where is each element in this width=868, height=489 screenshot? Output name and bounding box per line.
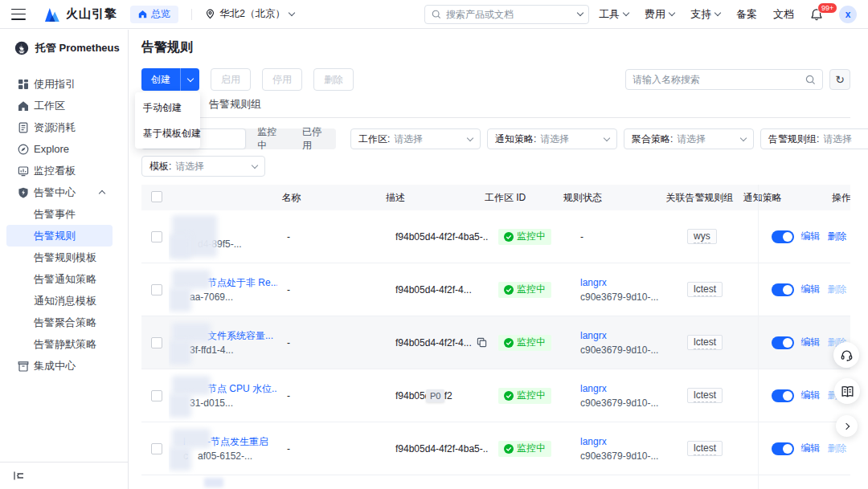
user-avatar[interactable]: x [839, 6, 857, 23]
status-badge: 监控中 [498, 335, 551, 351]
rule-enabled-toggle[interactable] [772, 283, 794, 296]
workspace-icon [18, 100, 29, 112]
nav-menu-item[interactable]: 文档 [773, 7, 794, 22]
filter-select[interactable]: 告警规则组: 请选择 [760, 128, 868, 149]
row-checkbox[interactable] [151, 231, 162, 242]
sidebar-item[interactable]: 告警事件 [6, 203, 113, 225]
notify-policy-tag[interactable]: lctest [687, 388, 723, 403]
refresh-button[interactable]: ↻ [829, 69, 850, 90]
global-search-input[interactable]: 搜索产品或文档 [424, 5, 589, 24]
name-cell: b d4-89f5-... [169, 210, 277, 263]
refresh-icon: ↻ [835, 73, 845, 86]
delete-link[interactable]: 删除 [828, 442, 847, 455]
delete-button[interactable]: 删除 [313, 68, 354, 91]
delete-link[interactable]: 删除 [828, 230, 847, 243]
nav-menu-item[interactable]: 备案 [736, 7, 757, 22]
sidebar-item[interactable]: 告警规则模板 [6, 247, 113, 268]
redaction-blur [172, 323, 211, 342]
nav-menu-item[interactable]: 工具 [599, 7, 628, 22]
copy-icon[interactable] [477, 337, 487, 348]
overview-button[interactable]: 总览 [130, 6, 178, 23]
collapse-sidebar-icon[interactable] [13, 470, 25, 482]
sidebar-item[interactable]: 使用指引 [6, 73, 113, 95]
rule-enabled-toggle[interactable] [772, 442, 794, 455]
priority-tag: P0 [426, 389, 444, 402]
sidebar-item[interactable]: 告警聚合策略 [6, 312, 113, 333]
rule-group-cell: langrx c90e3679-9d10-... [571, 263, 678, 316]
notify-policy-tag[interactable]: lctest [687, 335, 723, 350]
rule-group-link[interactable]: langrx [580, 434, 678, 449]
status-text: 监控中 [517, 336, 546, 349]
rule-group-link[interactable]: langrx [580, 381, 678, 396]
collapse-panel-fab[interactable] [836, 415, 858, 437]
disable-button[interactable]: 停用 [262, 68, 302, 91]
notify-policy-tag[interactable]: lctest [687, 441, 723, 456]
edit-link[interactable]: 编辑 [801, 283, 821, 296]
edit-link[interactable]: 编辑 [801, 389, 821, 402]
column-header: 名称 [272, 191, 377, 205]
rule-enabled-toggle[interactable] [772, 336, 794, 349]
table-row: 文件系统容量... 3f-ffd1-4... - f94b05d4-4f2f-4… [141, 316, 850, 369]
brand-logo[interactable]: 火山引擎 [43, 6, 117, 22]
tab[interactable]: 告警规则组 [209, 97, 261, 117]
sidebar-item[interactable]: 告警规则 [6, 225, 113, 247]
edit-link[interactable]: 编辑 [801, 336, 821, 349]
location-pin-icon [205, 9, 215, 19]
notify-policy-tag[interactable]: wys [687, 229, 717, 244]
nav-menu-item[interactable]: 支持 [690, 7, 720, 22]
dropdown-menu-item[interactable]: 手动创建 [135, 98, 200, 117]
region-selector[interactable]: 华北2（北京） [205, 7, 294, 21]
create-dropdown-arrow[interactable] [180, 68, 199, 91]
sidebar-item[interactable]: 监控看板 [6, 160, 113, 181]
nav-menu-item[interactable]: 费用 [645, 7, 674, 22]
filter-select[interactable]: 工作区: 请选择 [350, 128, 481, 149]
filter-select[interactable]: 聚合策略: 请选择 [624, 128, 754, 149]
row-checkbox[interactable] [151, 390, 162, 401]
sidebar-item[interactable]: 资源消耗 [6, 116, 113, 138]
sidebar-item[interactable]: 告警中心 [6, 181, 113, 203]
rule-group-link[interactable]: langrx [580, 275, 678, 290]
sidebar-item[interactable]: Explore [6, 138, 113, 160]
edit-link[interactable]: 编辑 [801, 442, 821, 455]
rule-name-link[interactable]: 节点处于非 Re... [207, 277, 277, 288]
delete-link[interactable]: 删除 [828, 283, 847, 296]
dropdown-menu-item[interactable]: 基于模板创建 [135, 124, 200, 143]
create-button[interactable]: 创建 [141, 68, 199, 91]
template-filter-select[interactable]: 模板: 请选择 [141, 156, 265, 177]
hamburger-menu-icon[interactable] [11, 9, 26, 20]
segment-button[interactable]: 已停用 [291, 128, 336, 149]
row-checkbox[interactable] [151, 284, 162, 295]
rule-name-link[interactable]: 文件系统容量... [207, 330, 273, 341]
sidebar-item[interactable]: 工作区 [6, 95, 113, 116]
rule-group-link[interactable]: langrx [580, 328, 678, 343]
product-name: 托管 Prometheus [35, 41, 120, 55]
rule-name-link[interactable]: -节点发生重启 [207, 436, 268, 447]
docs-fab[interactable] [834, 378, 860, 404]
top-navbar: 火山引擎 总览 华北2（北京） 搜索产品或文档 企业 [0, 0, 868, 29]
rule-enabled-toggle[interactable] [772, 389, 794, 402]
chevron-down-icon [604, 134, 610, 141]
sidebar-item[interactable]: 告警静默策略 [6, 333, 113, 355]
sidebar-item[interactable]: 通知消息模板 [6, 290, 113, 312]
row-checkbox[interactable] [151, 337, 162, 348]
edit-link[interactable]: 编辑 [801, 230, 821, 243]
select-all-checkbox[interactable] [151, 191, 162, 202]
rule-name-link[interactable]: 节点 CPU 水位... [207, 383, 277, 394]
rule-group-cell: langrx c90e3679-9d10-... [571, 316, 678, 369]
notify-policy-tag[interactable]: lctest [687, 282, 723, 297]
check-circle-icon [504, 444, 514, 454]
segment-button[interactable]: 监控中 [246, 128, 291, 149]
support-fab[interactable] [833, 342, 859, 368]
status-text: 监控中 [517, 442, 546, 455]
workspace-id-cell: f94b05d4-4f2f-4ba5-... [386, 210, 489, 263]
sidebar-item[interactable]: 告警通知策略 [6, 268, 113, 290]
notifications-button[interactable]: 99+ [810, 8, 823, 21]
enable-button[interactable]: 启用 [211, 68, 251, 91]
sidebar-item[interactable]: 集成中心 [6, 355, 113, 377]
filter-select[interactable]: 通知策略: 请选择 [487, 128, 617, 149]
rule-enabled-toggle[interactable] [772, 230, 794, 243]
status-badge: 监控中 [498, 441, 551, 457]
rule-group-cell: - [571, 210, 678, 263]
table-search-input[interactable]: 请输入名称搜索 [625, 69, 823, 90]
row-checkbox[interactable] [151, 443, 162, 454]
